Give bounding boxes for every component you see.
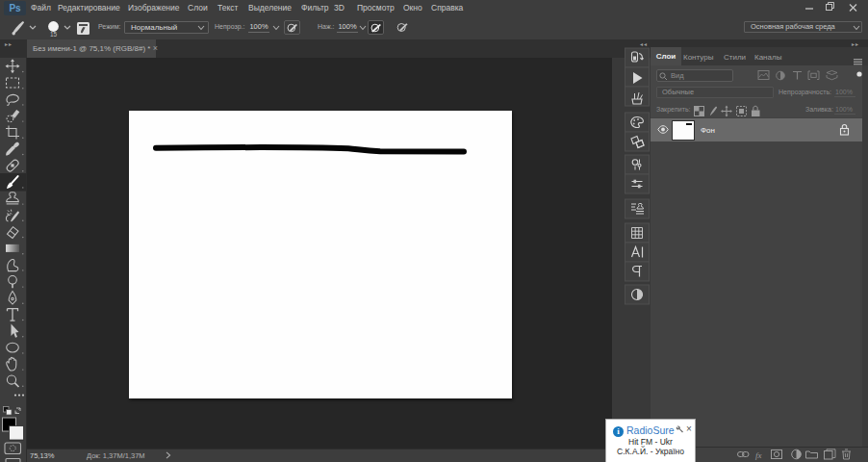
- svg-text:15: 15: [50, 31, 58, 38]
- svg-text:fx: fx: [755, 450, 762, 460]
